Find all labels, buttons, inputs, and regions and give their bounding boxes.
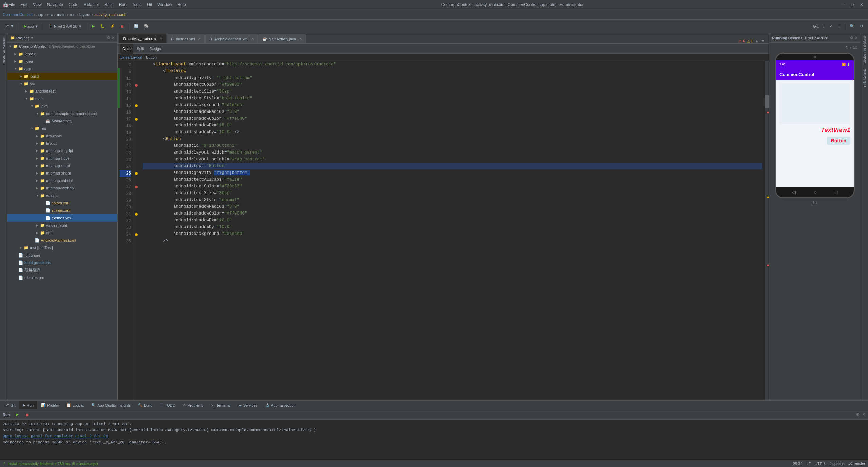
tree-item-gradle[interactable]: ▶ 📁 .gradle	[7, 50, 117, 58]
tree-item-app[interactable]: ▼ 📁 app	[7, 65, 117, 73]
menu-navigate[interactable]: Navigate	[47, 2, 63, 7]
tree-item-colors-xml[interactable]: 📄 colors.xml	[7, 199, 117, 207]
log-line-link[interactable]: Open logcat panel for emulator Pixel 2 A…	[3, 433, 865, 439]
gradle-button[interactable]: 🐘	[142, 22, 151, 31]
git-commit[interactable]: ✓	[828, 22, 835, 31]
arrow-up[interactable]: ▲	[755, 39, 759, 43]
menu-window[interactable]: Window	[157, 2, 172, 7]
code-editor[interactable]: 2 6 11 12 13 14 15 16 17 18 19 20 21 22 …	[118, 61, 769, 400]
run-settings-btn[interactable]: ⚙	[856, 412, 860, 417]
breadcrumb-layout[interactable]: layout	[79, 12, 90, 17]
bottom-tab-logcat[interactable]: 📋 Logcat	[63, 401, 87, 409]
breadcrumb-res[interactable]: res	[70, 12, 75, 17]
breadcrumb-app[interactable]: app	[36, 12, 43, 17]
tab-mainactivity[interactable]: ☕ MainActivity.java ✕	[258, 34, 306, 43]
bottom-tab-git[interactable]: ⎇ Git	[1, 401, 19, 409]
menu-help[interactable]: Help	[177, 2, 186, 7]
bottom-tab-run[interactable]: ▶ Run	[19, 401, 37, 409]
tree-item-mainactivity[interactable]: ☕ MainActivity	[7, 117, 117, 125]
run-stop-btn[interactable]: ⏹	[23, 410, 31, 420]
maximize-btn[interactable]: □	[849, 2, 856, 7]
device-zoom-btn[interactable]: +	[850, 46, 852, 50]
tree-item-test[interactable]: ▶ 📁 test [unitTest]	[7, 244, 117, 251]
tree-item-xml-folder[interactable]: ▶ 📁 xml	[7, 229, 117, 237]
tree-item-idea[interactable]: ▶ 📁 .idea	[7, 58, 117, 65]
debug-button[interactable]: 🐛	[98, 22, 107, 31]
app-config-button[interactable]: ▶ app ▼	[22, 22, 40, 31]
run-play-btn[interactable]: ▶	[14, 410, 21, 420]
bottom-tab-services[interactable]: ☁ Services	[235, 401, 261, 409]
tab-close-1[interactable]: ✕	[160, 37, 162, 40]
run-button[interactable]: ▶	[90, 22, 97, 31]
tree-item-mipmap-xhdpi[interactable]: ▶ 📁 mipmap-xhdpi	[7, 169, 117, 177]
tree-item-mipmap-hdpi[interactable]: ▶ 📁 mipmap-hdpi	[7, 155, 117, 162]
menu-file[interactable]: File	[8, 2, 15, 7]
stop-button[interactable]: ⏹	[118, 22, 126, 31]
sync-button[interactable]: 🔄	[132, 22, 141, 31]
close-btn[interactable]: ✕	[858, 2, 865, 7]
line-separator[interactable]: LF	[806, 462, 811, 466]
indent[interactable]: 4 spaces	[829, 462, 844, 466]
breadcrumb-src[interactable]: src	[47, 12, 53, 17]
tree-item-layout[interactable]: ▶ 📁 layout	[7, 140, 117, 147]
profile-button[interactable]: ⚡	[108, 22, 117, 31]
tree-item-themes-xml[interactable]: 📄 themes.xml	[7, 214, 117, 222]
vcs-button[interactable]: ⎇ ▼	[3, 22, 16, 31]
split-view-btn[interactable]: Split	[135, 44, 146, 54]
tab-close-2[interactable]: ✕	[198, 37, 201, 41]
design-view-btn[interactable]: Design	[148, 44, 163, 54]
panel-close-btn[interactable]: ✕	[112, 36, 115, 40]
build-variants-label[interactable]: Build Variants	[862, 66, 867, 90]
breakpoint-27[interactable]	[135, 186, 138, 188]
tree-item-mipmap-mdpi[interactable]: ▶ 📁 mipmap-mdpi	[7, 162, 117, 169]
breadcrumb-commoncontrol[interactable]: CommonControl	[3, 12, 32, 17]
tree-item-mipmap-anydpi[interactable]: ▶ 📁 mipmap-anydpi	[7, 147, 117, 155]
resource-manager-label[interactable]: Resource Manager	[1, 35, 6, 66]
cursor-position[interactable]: 25:39	[793, 462, 803, 466]
panel-gear-btn[interactable]: ⚙	[107, 36, 110, 40]
editor-breadcrumb-linearlayout[interactable]: LinearLayout	[120, 55, 142, 59]
breadcrumb-file[interactable]: activity_main.xml	[94, 12, 125, 17]
code-view-btn[interactable]: Code	[120, 44, 133, 54]
menu-view[interactable]: View	[33, 2, 42, 7]
tree-item-values-night[interactable]: ▶ 📁 values-night	[7, 222, 117, 229]
git-update[interactable]: ↓	[820, 22, 826, 31]
logcat-link[interactable]: Open logcat panel for emulator Pixel 2 A…	[3, 434, 108, 438]
tree-item-strings-xml[interactable]: 📄 strings.xml	[7, 207, 117, 214]
breakpoint-12[interactable]	[135, 84, 138, 87]
tab-close-4[interactable]: ✕	[299, 37, 302, 41]
scrollbar-thumb[interactable]	[765, 95, 769, 108]
menu-edit[interactable]: Edit	[20, 2, 27, 7]
code-content[interactable]: <LinearLayout xmlns:android="http://sche…	[140, 61, 765, 400]
tree-item-mipmap-xxhdpi[interactable]: ▶ 📁 mipmap-xxhdpi	[7, 177, 117, 184]
menu-tools[interactable]: Tools	[132, 2, 141, 7]
tree-item-androidtest[interactable]: ▶ 📁 androidTest	[7, 87, 117, 95]
run-close-btn[interactable]: ✕	[862, 412, 865, 417]
tree-item-drawable[interactable]: ▶ 📁 drawable	[7, 132, 117, 140]
menu-code[interactable]: Code	[69, 2, 78, 7]
tree-item-java[interactable]: ▼ 📁 java	[7, 102, 117, 110]
tab-close-3[interactable]: ✕	[251, 37, 254, 41]
tree-item-build[interactable]: ▶ 📁 build	[7, 73, 117, 80]
menu-run[interactable]: Run	[119, 2, 127, 7]
device-settings-btn[interactable]: ⚙	[850, 36, 853, 40]
tree-item-rd-rules[interactable]: 📄 rd-rules.pro	[7, 274, 117, 281]
search-button[interactable]: 🔍	[848, 22, 856, 31]
tree-item-build-gradle[interactable]: 📄 build.gradle.kts	[7, 259, 117, 266]
tree-item-package[interactable]: ▼ 📁 com.example.commoncontrol	[7, 110, 117, 117]
bottom-tab-app-inspection[interactable]: 🔬 App Inspection	[262, 401, 299, 409]
git-branch[interactable]: ⎇ master	[848, 461, 865, 466]
editor-breadcrumb-button[interactable]: Button	[146, 55, 157, 59]
device-rotate-btn[interactable]: ↻	[845, 45, 848, 50]
tab-activity-main[interactable]: 🗒 activity_main.xml ✕	[119, 34, 166, 43]
breadcrumb-main[interactable]: main	[57, 12, 65, 17]
menu-git[interactable]: Git	[147, 2, 152, 7]
git-push[interactable]: ↑	[836, 22, 842, 31]
settings-button[interactable]: ⚙	[858, 22, 865, 31]
device-close-btn[interactable]: ✕	[855, 36, 858, 40]
tab-themes[interactable]: 🗒 themes.xml ✕	[167, 34, 205, 43]
tree-item-androidmanifest[interactable]: 📄 AndroidManifest.xml	[7, 237, 117, 244]
minimize-btn[interactable]: —	[839, 2, 847, 7]
tree-item-mipmap-xxxhdpi[interactable]: ▶ 📁 mipmap-xxxhdpi	[7, 184, 117, 192]
tree-item-res[interactable]: ▼ 📁 res	[7, 125, 117, 132]
